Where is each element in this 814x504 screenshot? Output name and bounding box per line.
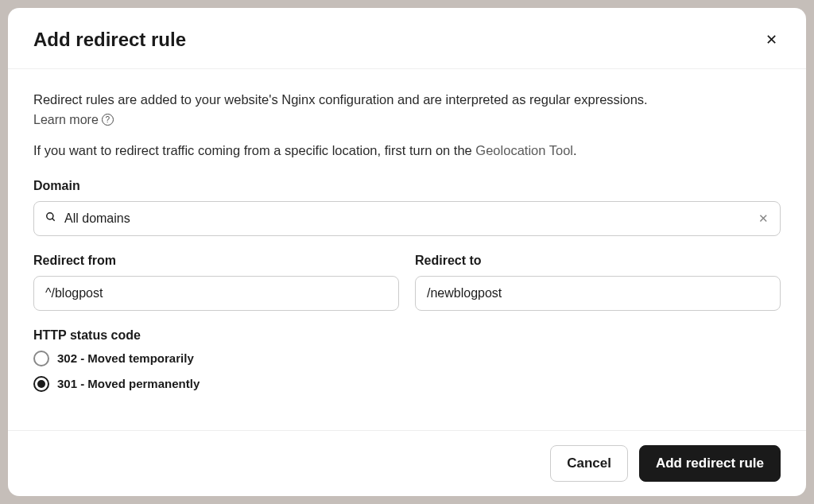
- clear-icon[interactable]: ✕: [758, 211, 769, 226]
- status-code-group: HTTP status code 302 - Moved temporarily…: [33, 328, 781, 392]
- redirect-to-input[interactable]: [415, 276, 781, 311]
- learn-more-link[interactable]: Learn more ?: [33, 113, 114, 127]
- radio-group: 302 - Moved temporarily 301 - Moved perm…: [33, 351, 781, 392]
- modal-title: Add redirect rule: [33, 29, 186, 51]
- redirect-from-label: Redirect from: [33, 254, 399, 268]
- domain-value: All domains: [64, 211, 750, 226]
- geolocation-tool-link[interactable]: Geolocation Tool: [475, 143, 573, 157]
- domain-label: Domain: [33, 179, 781, 193]
- radio-circle-301: [33, 376, 49, 392]
- redirect-from-group: Redirect from: [33, 254, 399, 311]
- learn-more-label: Learn more: [33, 113, 99, 127]
- redirect-row: Redirect from Redirect to: [33, 254, 781, 328]
- radio-option-302[interactable]: 302 - Moved temporarily: [33, 351, 781, 366]
- redirect-from-input[interactable]: [33, 276, 399, 311]
- geolocation-suffix: .: [573, 143, 577, 157]
- radio-dot: [37, 380, 45, 388]
- submit-button[interactable]: Add redirect rule: [639, 445, 781, 482]
- modal-footer: Cancel Add redirect rule: [8, 430, 806, 496]
- modal-body: Redirect rules are added to your website…: [8, 69, 806, 430]
- svg-line-1: [52, 219, 55, 221]
- redirect-to-group: Redirect to: [415, 254, 781, 311]
- radio-option-301[interactable]: 301 - Moved permanently: [33, 376, 781, 392]
- radio-circle-302: [33, 351, 49, 366]
- add-redirect-modal: Add redirect rule ✕ Redirect rules are a…: [8, 8, 806, 496]
- geolocation-prefix: If you want to redirect traffic coming f…: [33, 143, 475, 157]
- status-code-label: HTTP status code: [33, 328, 781, 343]
- radio-label-301: 301 - Moved permanently: [57, 377, 200, 390]
- redirect-to-label: Redirect to: [415, 254, 781, 268]
- domain-group: Domain All domains ✕: [33, 179, 781, 236]
- help-icon: ?: [102, 114, 114, 126]
- geolocation-text: If you want to redirect traffic coming f…: [33, 143, 781, 158]
- close-icon: ✕: [766, 32, 777, 48]
- svg-point-0: [47, 213, 53, 219]
- radio-label-302: 302 - Moved temporarily: [57, 351, 194, 365]
- description-text: Redirect rules are added to your website…: [33, 90, 781, 110]
- cancel-button[interactable]: Cancel: [550, 445, 628, 482]
- search-icon: [45, 211, 56, 225]
- domain-select[interactable]: All domains ✕: [33, 201, 781, 236]
- close-button[interactable]: ✕: [762, 29, 781, 50]
- modal-header: Add redirect rule ✕: [8, 8, 806, 69]
